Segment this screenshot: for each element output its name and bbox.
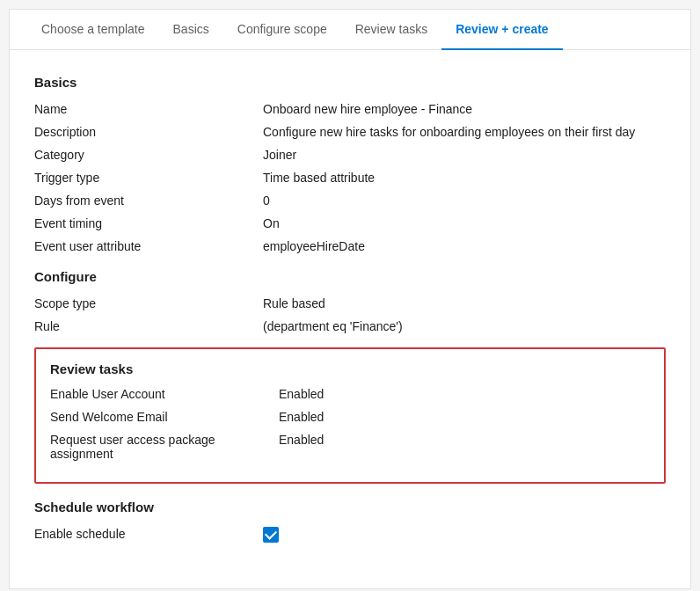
field-enable-schedule: Enable schedule <box>34 527 666 543</box>
field-scope-type-label: Scope type <box>34 296 263 310</box>
basics-section: Basics Name Onboard new hire employee - … <box>34 75 666 253</box>
field-days-from-event-value: 0 <box>263 193 666 208</box>
field-scope-type: Scope type Rule based <box>34 296 666 310</box>
field-description: Description Configure new hire tasks for… <box>34 125 666 139</box>
field-send-welcome-email: Send Welcome Email Enabled <box>50 410 650 424</box>
field-category-label: Category <box>34 148 263 162</box>
field-scope-type-value: Rule based <box>263 296 666 310</box>
review-tasks-box: Review tasks Enable User Account Enabled… <box>34 347 666 484</box>
configure-section-title: Configure <box>34 269 666 284</box>
nav-tabs: Choose a template Basics Configure scope… <box>10 10 690 50</box>
schedule-section: Schedule workflow Enable schedule <box>34 500 666 543</box>
field-name-label: Name <box>34 102 263 116</box>
main-container: Choose a template Basics Configure scope… <box>9 9 691 589</box>
field-rule: Rule (department eq 'Finance') <box>34 319 666 333</box>
field-send-welcome-email-label: Send Welcome Email <box>50 410 279 424</box>
field-event-timing-label: Event timing <box>34 216 263 230</box>
field-rule-value: (department eq 'Finance') <box>263 319 666 333</box>
field-rule-label: Rule <box>34 319 263 333</box>
field-enable-schedule-value[interactable] <box>263 527 666 543</box>
field-enable-user-account-label: Enable User Account <box>50 387 279 401</box>
field-request-access-package-label: Request user access package assignment <box>50 433 279 461</box>
field-days-from-event: Days from event 0 <box>34 193 666 208</box>
main-content: Basics Name Onboard new hire employee - … <box>10 50 690 576</box>
field-trigger-type-value: Time based attribute <box>263 171 666 185</box>
field-category: Category Joiner <box>34 148 666 162</box>
tab-configure-scope[interactable]: Configure scope <box>223 10 341 50</box>
field-category-value: Joiner <box>263 148 666 162</box>
field-event-timing-value: On <box>263 216 666 230</box>
field-enable-user-account: Enable User Account Enabled <box>50 387 650 401</box>
field-request-access-package: Request user access package assignment E… <box>50 433 650 461</box>
field-trigger-type-label: Trigger type <box>34 171 263 185</box>
field-description-value: Configure new hire tasks for onboarding … <box>263 125 666 139</box>
tab-review-tasks[interactable]: Review tasks <box>341 10 441 50</box>
tab-basics[interactable]: Basics <box>159 10 223 50</box>
field-event-user-attribute: Event user attribute employeeHireDate <box>34 239 666 253</box>
field-enable-user-account-value: Enabled <box>279 387 650 401</box>
configure-section: Configure Scope type Rule based Rule (de… <box>34 269 666 333</box>
schedule-section-title: Schedule workflow <box>34 500 666 514</box>
field-trigger-type: Trigger type Time based attribute <box>34 171 666 185</box>
tab-review-create[interactable]: Review + create <box>441 10 562 50</box>
field-event-user-attribute-value: employeeHireDate <box>263 239 666 253</box>
basics-section-title: Basics <box>34 75 666 90</box>
field-name-value: Onboard new hire employee - Finance <box>263 102 666 116</box>
field-name: Name Onboard new hire employee - Finance <box>34 102 666 116</box>
review-tasks-section-title: Review tasks <box>50 361 650 376</box>
field-event-timing: Event timing On <box>34 216 666 230</box>
field-send-welcome-email-value: Enabled <box>279 410 650 424</box>
field-event-user-attribute-label: Event user attribute <box>34 239 263 253</box>
field-days-from-event-label: Days from event <box>34 193 263 208</box>
field-description-label: Description <box>34 125 263 139</box>
tab-choose-template[interactable]: Choose a template <box>27 10 159 50</box>
enable-schedule-checkbox[interactable] <box>263 527 279 543</box>
field-request-access-package-value: Enabled <box>279 433 650 447</box>
field-enable-schedule-label: Enable schedule <box>34 527 263 541</box>
